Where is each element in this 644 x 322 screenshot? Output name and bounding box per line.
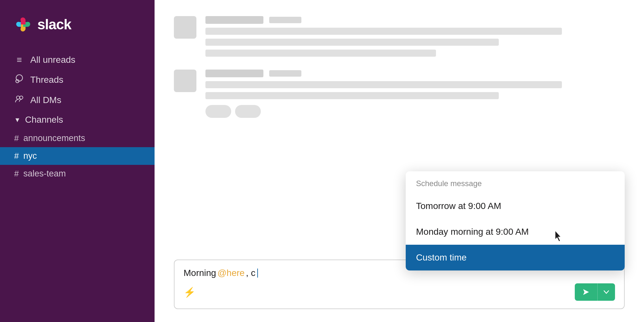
message-content	[205, 70, 625, 118]
reaction-2[interactable]	[235, 105, 261, 118]
username-placeholder	[205, 70, 263, 77]
message-content	[205, 16, 625, 57]
avatar	[174, 70, 196, 92]
sidebar-channel-announcements[interactable]: # announcements	[0, 129, 155, 147]
all-unreads-icon: ≡	[14, 55, 24, 65]
text-cursor	[257, 269, 258, 278]
svg-point-20	[20, 96, 23, 99]
send-button-group	[575, 283, 615, 301]
sidebar-channel-nyc[interactable]: # nyc	[0, 147, 155, 165]
svg-point-19	[16, 96, 20, 99]
all-dms-icon	[14, 94, 24, 106]
sidebar-item-threads[interactable]: Threads	[0, 70, 155, 90]
username-placeholder	[205, 16, 263, 24]
schedule-dropdown: Schedule message Tomorrow at 9:00 AM Mon…	[406, 171, 625, 270]
channel-hash-icon-nyc: #	[14, 151, 19, 161]
mouse-cursor	[554, 230, 562, 240]
message-header	[205, 16, 625, 24]
avatar	[174, 16, 196, 39]
channel-announcements-label: announcements	[23, 133, 85, 143]
main-content: Morning @here , c ⚡	[155, 0, 644, 322]
slack-wordmark: slack	[37, 16, 71, 33]
message-input-area: Morning @here , c ⚡	[155, 253, 644, 322]
sidebar: slack ≡ All unreads Threads	[0, 0, 155, 322]
message-line-2	[205, 39, 499, 46]
channel-nyc-label: nyc	[23, 151, 37, 161]
channels-section-label: Channels	[25, 115, 63, 125]
sidebar-item-all-unreads[interactable]: ≡ All unreads	[0, 50, 155, 70]
message-text-suffix: , c	[246, 268, 256, 278]
threads-icon	[14, 74, 24, 85]
message-line-3	[205, 50, 436, 57]
reaction-1[interactable]	[205, 105, 231, 118]
channel-hash-icon-sales: #	[14, 169, 19, 179]
svg-marker-21	[583, 289, 589, 295]
slack-logo[interactable]: slack	[14, 15, 71, 33]
sidebar-nav: ≡ All unreads Threads All DMs	[0, 45, 155, 188]
table-row	[174, 70, 625, 118]
svg-rect-16	[21, 20, 26, 24]
channel-hash-icon: #	[14, 133, 19, 143]
table-row	[174, 16, 625, 57]
channels-collapse-icon: ▼	[14, 116, 21, 124]
sidebar-item-all-dms-label: All DMs	[30, 95, 61, 105]
input-toolbar: ⚡	[184, 283, 615, 301]
schedule-option-tomorrow[interactable]: Tomorrow at 9:00 AM	[406, 193, 625, 219]
bolt-icon[interactable]: ⚡	[184, 287, 195, 298]
send-dropdown-button[interactable]	[597, 283, 615, 301]
message-line-1	[205, 81, 562, 88]
slack-logo-icon	[14, 15, 32, 33]
message-line-2	[205, 92, 499, 99]
sidebar-header: slack	[0, 0, 155, 45]
send-button[interactable]	[575, 283, 597, 301]
schedule-dropdown-header: Schedule message	[406, 171, 625, 193]
toolbar-left: ⚡	[184, 287, 195, 298]
message-line-1	[205, 28, 562, 35]
channel-sales-team-label: sales-team	[23, 169, 66, 179]
at-mention: @here	[217, 268, 244, 278]
timestamp-placeholder	[269, 17, 301, 23]
reactions	[205, 105, 625, 118]
schedule-option-custom[interactable]: Custom time	[406, 245, 625, 270]
sidebar-channel-sales-team[interactable]: # sales-team	[0, 165, 155, 183]
timestamp-placeholder	[269, 70, 301, 77]
schedule-option-monday[interactable]: Monday morning at 9:00 AM	[406, 219, 625, 245]
sidebar-item-all-dms[interactable]: All DMs	[0, 90, 155, 110]
svg-point-17	[16, 75, 23, 81]
channels-section-header[interactable]: ▼ Channels	[0, 110, 155, 129]
sidebar-item-all-unreads-label: All unreads	[30, 55, 75, 65]
message-header	[205, 70, 625, 77]
message-text-prefix: Morning	[184, 268, 216, 278]
sidebar-item-threads-label: Threads	[30, 75, 63, 85]
